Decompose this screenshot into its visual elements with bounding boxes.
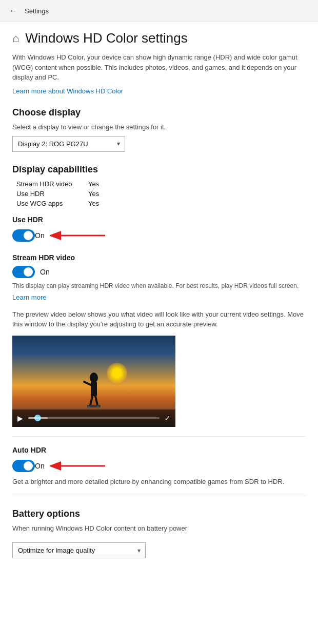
top-bar: ← Settings bbox=[0, 0, 318, 22]
video-preview: ▶ ⤢ bbox=[12, 336, 175, 427]
cap-row-use-hdr: Use HDR Yes bbox=[16, 190, 306, 198]
battery-dropdown[interactable]: Optimize for image qualityOptimize for b… bbox=[12, 542, 146, 558]
video-silhouette bbox=[81, 367, 107, 408]
stream-hdr-learn-link[interactable]: Learn more bbox=[12, 294, 306, 301]
auto-hdr-toggle-row: On bbox=[12, 458, 306, 474]
fullscreen-button[interactable]: ⤢ bbox=[165, 414, 170, 422]
choose-display-title: Choose display bbox=[12, 107, 306, 118]
intro-text: With Windows HD Color, your device can s… bbox=[12, 52, 306, 83]
auto-hdr-desc: Get a brighter and more detailed picture… bbox=[12, 477, 306, 487]
main-content: ⌂ Windows HD Color settings With Windows… bbox=[0, 22, 318, 574]
cap-label-use-wcg: Use WCG apps bbox=[16, 200, 88, 207]
use-hdr-arrow-annotation bbox=[50, 228, 106, 243]
progress-bar[interactable] bbox=[28, 417, 160, 419]
back-button[interactable]: ← bbox=[7, 4, 19, 17]
svg-point-2 bbox=[90, 373, 98, 383]
cap-row-use-wcg: Use WCG apps Yes bbox=[16, 200, 306, 207]
svg-line-6 bbox=[95, 396, 97, 405]
cap-row-stream-hdr: Stream HDR video Yes bbox=[16, 180, 306, 188]
cap-label-use-hdr: Use HDR bbox=[16, 190, 88, 198]
use-hdr-section: Use HDR On bbox=[12, 216, 306, 243]
use-hdr-toggle-state: On bbox=[35, 231, 45, 240]
stream-hdr-toggle[interactable] bbox=[12, 266, 35, 278]
stream-hdr-toggle-state: On bbox=[40, 268, 50, 276]
battery-options-title: Battery options bbox=[12, 509, 306, 519]
topbar-title: Settings bbox=[25, 7, 49, 15]
stream-hdr-section: Stream HDR video On This display can pla… bbox=[12, 253, 306, 301]
svg-rect-3 bbox=[91, 382, 97, 396]
stream-hdr-label: Stream HDR video bbox=[12, 253, 306, 262]
auto-hdr-toggle-state: On bbox=[35, 462, 45, 470]
auto-hdr-arrow-annotation bbox=[50, 458, 106, 474]
cap-value-use-wcg: Yes bbox=[88, 200, 99, 207]
preview-text: The preview video below shows you what v… bbox=[12, 309, 306, 329]
home-icon: ⌂ bbox=[12, 32, 19, 45]
learn-more-hd-color-link[interactable]: Learn more about Windows HD Color bbox=[12, 87, 123, 95]
play-button[interactable]: ▶ bbox=[17, 414, 23, 422]
video-sun bbox=[107, 363, 127, 383]
page-header: ⌂ Windows HD Color settings bbox=[12, 30, 306, 46]
video-controls: ▶ ⤢ bbox=[12, 409, 175, 427]
page-title: Windows HD Color settings bbox=[25, 30, 187, 46]
display-dropdown[interactable]: Display 2: ROG PG27UDisplay 1 bbox=[12, 136, 125, 152]
cap-value-stream-hdr: Yes bbox=[88, 180, 99, 188]
use-hdr-toggle-row: On bbox=[12, 228, 306, 243]
divider-1 bbox=[12, 436, 306, 437]
svg-line-5 bbox=[90, 396, 92, 405]
cap-label-stream-hdr: Stream HDR video bbox=[16, 180, 88, 188]
battery-dropdown-wrapper: Optimize for image qualityOptimize for b… bbox=[12, 542, 146, 558]
use-hdr-toggle[interactable] bbox=[12, 229, 35, 242]
stream-hdr-desc: This display can play streaming HDR vide… bbox=[12, 281, 306, 290]
auto-hdr-section: Auto HDR On Get a brighter and more deta… bbox=[12, 446, 306, 487]
stream-hdr-toggle-container: On bbox=[12, 266, 306, 278]
use-hdr-label: Use HDR bbox=[12, 216, 306, 224]
auto-hdr-label: Auto HDR bbox=[12, 446, 306, 454]
battery-options-desc: When running Windows HD Color content on… bbox=[12, 524, 306, 532]
cap-value-use-hdr: Yes bbox=[88, 190, 99, 198]
display-dropdown-wrapper: Display 2: ROG PG27UDisplay 1 ▾ bbox=[12, 136, 125, 152]
divider-2 bbox=[12, 496, 306, 496]
svg-line-4 bbox=[84, 382, 91, 385]
choose-display-desc: Select a display to view or change the s… bbox=[12, 123, 306, 131]
auto-hdr-toggle[interactable] bbox=[12, 460, 35, 472]
display-capabilities-title: Display capabilities bbox=[12, 164, 306, 175]
capabilities-table: Stream HDR video Yes Use HDR Yes Use WCG… bbox=[16, 180, 306, 207]
